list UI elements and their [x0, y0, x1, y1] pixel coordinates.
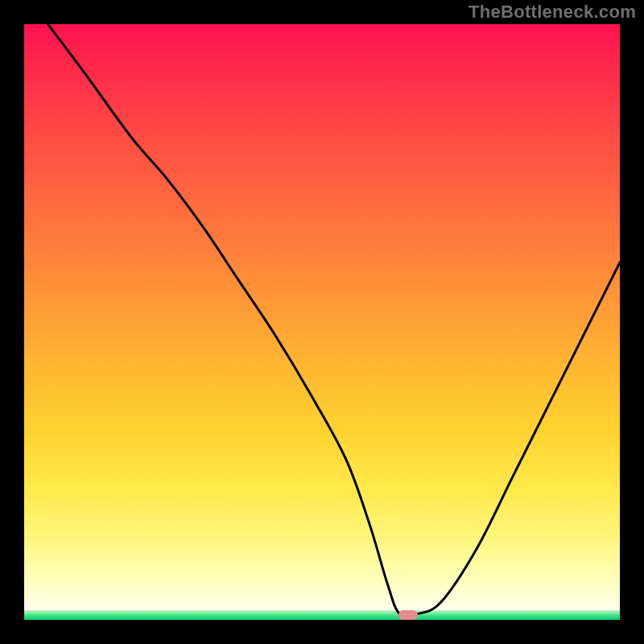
optimal-marker [398, 610, 418, 620]
watermark-text: TheBottleneck.com [469, 2, 636, 23]
chart-stage: TheBottleneck.com [0, 0, 644, 644]
curve-svg [24, 24, 620, 620]
plot-area [24, 24, 620, 620]
bottleneck-curve [48, 24, 620, 617]
